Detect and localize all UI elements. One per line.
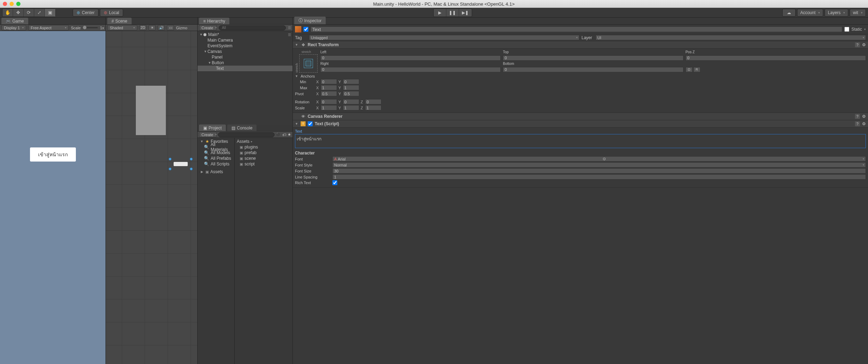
scale-x[interactable]	[321, 105, 337, 110]
audio-icon[interactable]: 🔊	[158, 25, 165, 30]
left-field[interactable]	[320, 55, 501, 61]
play-button[interactable]: ▶	[434, 9, 446, 17]
help-icon[interactable]: ?	[855, 42, 860, 47]
scale-tool[interactable]: ⤢	[34, 9, 45, 17]
step-button[interactable]: ▶❚	[459, 9, 472, 17]
hierarchy-search[interactable]	[219, 25, 286, 30]
scale-slider[interactable]	[83, 27, 98, 28]
rotation-x[interactable]	[321, 99, 337, 104]
favorite-item[interactable]: 🔍All Materials	[198, 144, 234, 150]
favorite-item[interactable]: 🔍All Models	[198, 150, 234, 156]
font-style-dropdown[interactable]: Normal	[332, 162, 866, 168]
active-checkbox[interactable]	[303, 27, 308, 32]
favorite-item[interactable]: 🔍All Scripts	[198, 161, 234, 167]
filter-icon[interactable]: ⚫	[276, 132, 281, 137]
close-icon[interactable]	[3, 2, 7, 6]
scale-y[interactable]	[343, 105, 359, 110]
display-dropdown[interactable]: Display 1	[1, 25, 26, 30]
pivot-x[interactable]	[321, 91, 337, 96]
anchor-max-y[interactable]	[343, 85, 359, 90]
tab-inspector[interactable]: ⓘ Inspector	[294, 17, 326, 24]
font-field[interactable]: AArial⊙	[332, 156, 866, 162]
static-dropdown-icon[interactable]: ▾	[864, 28, 866, 31]
foldout-icon[interactable]	[295, 115, 299, 118]
mode-2d-toggle[interactable]: 2D	[139, 25, 146, 30]
help-icon[interactable]: ?	[855, 114, 860, 119]
favorite-item[interactable]: 🔍All Prefabs	[198, 156, 234, 161]
scale-z[interactable]	[365, 105, 381, 110]
rich-text-checkbox[interactable]	[332, 180, 337, 185]
tab-console[interactable]: ▤ Console	[227, 125, 257, 131]
hierarchy-item[interactable]: Main Camera	[198, 37, 293, 43]
gameobject-icon[interactable]	[295, 26, 301, 32]
rotation-y[interactable]	[343, 99, 359, 104]
anchor-min-x[interactable]	[321, 79, 337, 84]
static-checkbox[interactable]	[844, 27, 849, 32]
handle-icon[interactable]	[169, 158, 171, 160]
scene-view[interactable]	[106, 31, 197, 364]
component-enable-checkbox[interactable]	[308, 121, 313, 126]
hierarchy-item[interactable]: Panel	[198, 54, 293, 60]
gizmos-label[interactable]: Gizmo	[176, 26, 187, 30]
pause-button[interactable]: ❚❚	[446, 9, 459, 17]
anchor-preset-button[interactable]	[299, 54, 318, 73]
menu-icon[interactable]: ☰	[288, 33, 291, 37]
right-field[interactable]	[320, 67, 501, 72]
posz-field[interactable]	[686, 55, 866, 61]
selection-gizmo[interactable]	[170, 159, 191, 169]
layer-dropdown[interactable]: UI	[596, 35, 866, 40]
anchor-min-y[interactable]	[343, 79, 359, 84]
hierarchy-item[interactable]: ▼Button	[198, 60, 293, 66]
pivot-y[interactable]	[343, 91, 359, 96]
hierarchy-item[interactable]: ▼Canvas	[198, 49, 293, 54]
handle-icon[interactable]	[190, 158, 193, 160]
layers-dropdown[interactable]: Layers	[825, 9, 848, 17]
shading-dropdown[interactable]: Shaded	[107, 25, 137, 30]
folder-item[interactable]: ▣prefab	[235, 150, 293, 156]
gear-icon[interactable]: ⚙	[862, 114, 866, 119]
line-spacing-field[interactable]	[332, 174, 866, 180]
panel-menu-icon[interactable]: ☰	[288, 26, 291, 30]
create-dropdown[interactable]: Create	[199, 25, 217, 30]
bottom-field[interactable]	[503, 67, 683, 72]
text-value-field[interactable]	[295, 134, 866, 148]
move-tool[interactable]: ✥	[13, 9, 24, 17]
handle-icon[interactable]	[169, 168, 171, 170]
star-filter-icon[interactable]: ★	[288, 132, 291, 137]
tab-project[interactable]: ▣ Project	[199, 125, 226, 131]
light-icon[interactable]: ☀	[149, 25, 156, 30]
rect-tool[interactable]: ▣	[45, 9, 55, 17]
foldout-icon[interactable]: ▼	[295, 122, 299, 126]
help-icon[interactable]: ?	[855, 121, 860, 126]
maximize-icon[interactable]	[16, 2, 20, 6]
blueprint-mode-button[interactable]: ⊡	[686, 67, 693, 72]
rotation-z[interactable]	[365, 99, 381, 104]
anchor-max-x[interactable]	[321, 85, 337, 90]
layout-dropdown[interactable]: wit	[850, 9, 866, 17]
rotation-mode-button[interactable]: ⊚Local	[100, 9, 123, 17]
foldout-icon[interactable]: ▼	[295, 43, 299, 47]
cloud-button[interactable]: ☁	[782, 9, 796, 17]
gear-icon[interactable]: ⚙	[862, 42, 866, 47]
pivot-mode-button[interactable]: ⊕Center	[73, 9, 98, 17]
account-dropdown[interactable]: Account	[797, 9, 823, 17]
breadcrumb[interactable]: Assets ▸	[235, 139, 293, 144]
effects-icon[interactable]: ▭	[167, 25, 174, 30]
foldout-icon[interactable]: ▼	[295, 74, 299, 78]
hand-tool[interactable]: ✋	[2, 9, 13, 17]
rotate-tool[interactable]: ⟳	[24, 9, 34, 17]
hierarchy-item[interactable]: EventSystem	[198, 43, 293, 49]
scene-root[interactable]: ▼⬢Main*☰	[198, 32, 293, 37]
minimize-icon[interactable]	[10, 2, 14, 6]
handle-icon[interactable]	[190, 168, 193, 170]
tab-hierarchy[interactable]: ≡ Hierarchy	[199, 18, 229, 24]
tab-game[interactable]: 🎮 Game	[1, 18, 28, 24]
top-field[interactable]	[503, 55, 683, 61]
folder-item[interactable]: ▣plugins	[235, 144, 293, 150]
gear-icon[interactable]: ⚙	[862, 121, 866, 126]
hierarchy-item-selected[interactable]: Text	[198, 66, 293, 71]
aspect-dropdown[interactable]: Free Aspect	[28, 25, 69, 30]
tag-filter-icon[interactable]: 🏷	[282, 133, 286, 137]
raw-edit-button[interactable]: R	[693, 67, 700, 72]
assets-folder[interactable]: ▶▣Assets	[198, 169, 234, 175]
